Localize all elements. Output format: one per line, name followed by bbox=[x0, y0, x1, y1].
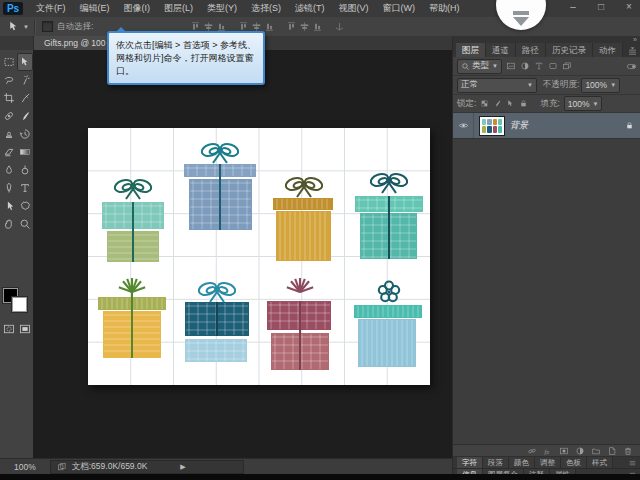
background-color-swatch[interactable] bbox=[12, 297, 27, 312]
delete-layer-button[interactable] bbox=[623, 446, 633, 456]
layer-name: 背景 bbox=[510, 119, 528, 132]
custom-shape-tool[interactable] bbox=[17, 197, 33, 215]
dodge-tool[interactable] bbox=[17, 161, 33, 179]
menu-item-8[interactable]: 窗口(W) bbox=[376, 0, 423, 17]
tools-panel bbox=[0, 50, 34, 458]
layer-visibility-toggle[interactable] bbox=[453, 113, 474, 138]
layer-row-background[interactable]: 背景 bbox=[453, 113, 640, 139]
add-layer-mask-button[interactable] bbox=[559, 446, 569, 456]
minimize-button[interactable]: – bbox=[566, 1, 580, 12]
align-right-edges-button[interactable] bbox=[264, 21, 275, 32]
chevron-down-icon bbox=[513, 17, 529, 26]
lock-buttons bbox=[478, 99, 530, 108]
options-bar: ▼ 自动选择: bbox=[0, 17, 640, 37]
zoom-tool[interactable] bbox=[17, 215, 33, 233]
menu-items: 文件(F)编辑(E)图像(I)图层(L)类型(Y)选择(S)滤镜(T)视图(V)… bbox=[29, 0, 467, 17]
crop-tool[interactable] bbox=[1, 89, 17, 107]
filter-shape-layers-icon[interactable] bbox=[548, 61, 558, 71]
hand-tool[interactable] bbox=[1, 215, 17, 233]
menu-item-1[interactable]: 编辑(E) bbox=[73, 0, 117, 17]
panel-tab-通道[interactable]: 通道 bbox=[486, 43, 516, 57]
eyedropper-tool[interactable] bbox=[17, 89, 33, 107]
panel-menu-icon[interactable] bbox=[627, 46, 638, 57]
new-group-button[interactable] bbox=[591, 446, 601, 456]
close-button[interactable]: × bbox=[622, 1, 636, 12]
panel-menu-icon[interactable] bbox=[628, 458, 637, 467]
magic-wand-tool[interactable] bbox=[17, 71, 33, 89]
document-icon bbox=[57, 462, 67, 472]
filter-adjustment-layers-icon[interactable] bbox=[520, 61, 530, 71]
layer-style-button[interactable]: fx bbox=[543, 446, 553, 456]
move-tool[interactable] bbox=[17, 53, 33, 71]
menu-item-6[interactable]: 滤镜(T) bbox=[288, 0, 332, 17]
brush-tool[interactable] bbox=[17, 107, 33, 125]
eraser-tool[interactable] bbox=[1, 143, 17, 161]
lock-transparent-pixels-icon[interactable] bbox=[480, 99, 489, 108]
menu-item-0[interactable]: 文件(F) bbox=[29, 0, 73, 17]
tool-preset-caret-icon[interactable]: ▼ bbox=[23, 24, 29, 30]
pen-tool[interactable] bbox=[1, 179, 17, 197]
panel-tab-样式[interactable]: 样式 bbox=[587, 457, 613, 468]
layers-list: 背景 bbox=[453, 113, 640, 444]
type-tool[interactable] bbox=[17, 179, 33, 197]
filter-pixel-layers-icon[interactable] bbox=[506, 61, 516, 71]
panel-tab-色板[interactable]: 色板 bbox=[561, 457, 587, 468]
panel-tab-段落[interactable]: 段落 bbox=[483, 457, 509, 468]
healing-brush-tool[interactable] bbox=[1, 107, 17, 125]
distribute-centers-button[interactable] bbox=[299, 21, 310, 32]
menu-item-9[interactable]: 帮助(H) bbox=[422, 0, 467, 17]
document-tab[interactable]: Gifts.png @ 100 bbox=[33, 36, 117, 50]
opacity-label: 不透明度: bbox=[543, 79, 579, 91]
blend-mode-dropdown[interactable]: 正常▼ bbox=[457, 78, 537, 93]
blur-tool[interactable] bbox=[1, 161, 17, 179]
auto-select-checkbox[interactable] bbox=[42, 21, 53, 32]
menu-item-7[interactable]: 视图(V) bbox=[332, 0, 376, 17]
document-canvas[interactable] bbox=[88, 128, 430, 385]
zoom-level[interactable]: 100% bbox=[14, 462, 36, 472]
menu-item-4[interactable]: 类型(Y) bbox=[200, 0, 244, 17]
link-layers-button[interactable] bbox=[527, 446, 537, 456]
lock-all-icon[interactable] bbox=[519, 99, 528, 108]
maximize-button[interactable]: □ bbox=[594, 1, 608, 12]
menu-item-5[interactable]: 选择(S) bbox=[244, 0, 288, 17]
dock-collapse-strip[interactable]: » bbox=[453, 36, 640, 43]
history-brush-tool[interactable] bbox=[17, 125, 33, 143]
filter-kind-dropdown[interactable]: 类型 ▼ bbox=[457, 59, 502, 74]
lasso-tool[interactable] bbox=[1, 71, 17, 89]
panel-tab-历史记录[interactable]: 历史记录 bbox=[546, 43, 593, 57]
panel-tab-字符[interactable]: 字符 bbox=[457, 457, 483, 468]
distribute-left-button[interactable] bbox=[286, 21, 297, 32]
fill-value[interactable]: 100%▼ bbox=[564, 96, 603, 111]
rectangular-marquee-tool[interactable] bbox=[1, 53, 17, 71]
distribute-right-button[interactable] bbox=[312, 21, 323, 32]
filter-toggle-icon[interactable] bbox=[626, 61, 637, 72]
new-layer-button[interactable] bbox=[607, 446, 617, 456]
filter-smart-objects-icon[interactable] bbox=[562, 61, 572, 71]
opacity-value[interactable]: 100%▼ bbox=[581, 78, 620, 93]
screen-mode-button[interactable] bbox=[17, 320, 33, 338]
lock-image-pixels-icon[interactable] bbox=[493, 99, 502, 108]
menu-item-3[interactable]: 图层(L) bbox=[157, 0, 200, 17]
filter-type-buttons bbox=[504, 61, 574, 71]
panel-tab-颜色[interactable]: 颜色 bbox=[509, 457, 535, 468]
panel-tab-路径[interactable]: 路径 bbox=[516, 43, 546, 57]
3d-mode-button[interactable] bbox=[334, 21, 345, 32]
layer-thumbnail[interactable] bbox=[479, 116, 505, 136]
gradient-tool[interactable] bbox=[17, 143, 33, 161]
photoshop-window: Ps 文件(F)编辑(E)图像(I)图层(L)类型(Y)选择(S)滤镜(T)视图… bbox=[0, 0, 640, 480]
status-arrow-icon[interactable]: ▶ bbox=[180, 463, 185, 471]
path-selection-tool[interactable] bbox=[1, 197, 17, 215]
panel-tab-调整[interactable]: 调整 bbox=[535, 457, 561, 468]
new-adjustment-layer-button[interactable] bbox=[575, 446, 585, 456]
panel-tab-动作[interactable]: 动作 bbox=[593, 43, 623, 57]
lock-position-icon[interactable] bbox=[506, 99, 515, 108]
toolbar-bottom-buttons bbox=[0, 320, 33, 338]
quick-mask-mode-button[interactable] bbox=[1, 320, 17, 338]
filter-type-layers-icon[interactable] bbox=[534, 61, 544, 71]
menu-item-2[interactable]: 图像(I) bbox=[117, 0, 158, 17]
lock-row: 锁定: 填充: 100%▼ bbox=[453, 95, 640, 113]
bottom-panel-tabs-row1: 字符段落颜色调整色板样式 bbox=[453, 457, 640, 469]
panel-tab-图层[interactable]: 图层 bbox=[456, 43, 486, 57]
document-size-text: 文档:659.0K/659.0K bbox=[72, 461, 148, 473]
clone-stamp-tool[interactable] bbox=[1, 125, 17, 143]
